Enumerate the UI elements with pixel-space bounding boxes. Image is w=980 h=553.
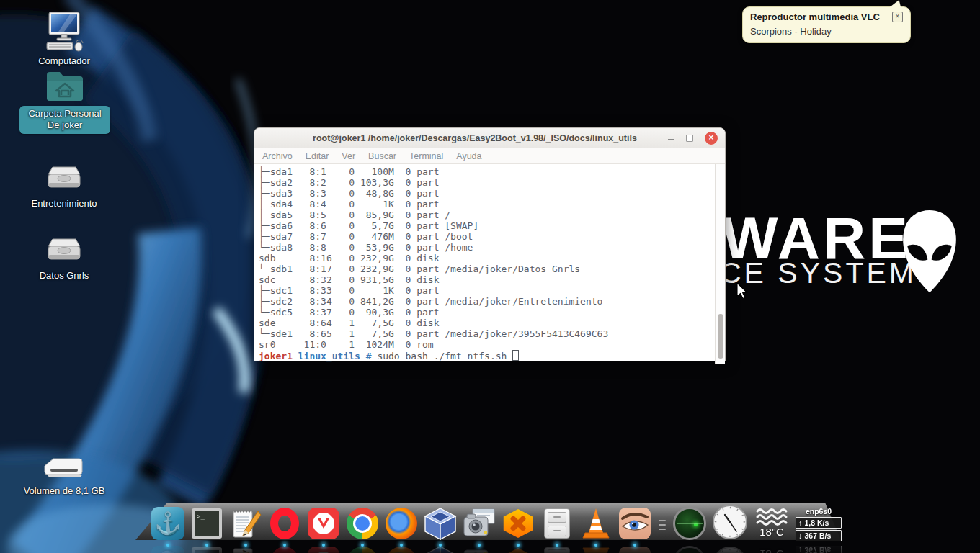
desktop-icon-label: Datos Gnrls	[21, 270, 107, 282]
notification-close-icon[interactable]: ×	[892, 12, 903, 22]
upload-rate: 1,8 K/s	[805, 518, 829, 527]
menu-ayuda[interactable]: Ayuda	[450, 151, 488, 161]
vlc-cone-icon	[579, 507, 612, 540]
dock-item-vivaldi[interactable]	[307, 507, 340, 540]
running-indicator-dot	[361, 544, 364, 547]
desktop-icon-label: Computador	[21, 55, 107, 67]
menu-terminal[interactable]: Terminal	[403, 151, 450, 161]
terminal-scrollbar[interactable]	[715, 164, 725, 364]
restore-button[interactable]	[686, 135, 693, 142]
dock: ⚓ >_	[151, 505, 842, 540]
dock-item-vlc[interactable]	[579, 507, 612, 540]
running-indicator-dot	[166, 544, 169, 547]
mouse-cursor	[736, 282, 751, 301]
running-indicator-dot	[439, 544, 442, 547]
running-indicator-dot	[556, 544, 558, 547]
dock-item-screenshot[interactable]	[463, 507, 496, 540]
text-editor-icon	[229, 507, 262, 540]
home-folder-icon	[44, 68, 86, 104]
running-indicator-dot	[633, 544, 636, 547]
dock-item-chrome[interactable]	[346, 507, 379, 540]
dock-item-hexchat[interactable]	[502, 507, 535, 540]
dock-item-firefox[interactable]	[385, 507, 418, 540]
desktop-icon-computer[interactable]: Computador	[21, 12, 107, 67]
menu-editar[interactable]: Editar	[299, 151, 336, 161]
dock-item-terminal[interactable]: >_	[190, 507, 223, 540]
computer-icon	[43, 12, 86, 53]
desktop-icon-home-folder[interactable]: Carpeta Personal De joker	[19, 68, 110, 134]
notification-tail	[887, 0, 901, 8]
dock-item-clock[interactable]	[712, 507, 748, 540]
terminal-icon: >_	[192, 508, 222, 539]
minimize-button[interactable]	[668, 139, 674, 140]
firefox-icon	[386, 508, 417, 539]
dock-item-text-editor[interactable]	[229, 507, 262, 540]
scrollbar-thumb[interactable]	[718, 314, 723, 359]
radar-icon	[673, 507, 706, 540]
desktop-root: ALIENWARE CE SYSTEMS Computador	[0, 0, 980, 553]
dock-item-weather[interactable]: 18°C	[754, 507, 790, 540]
dock-separator[interactable]	[657, 507, 667, 540]
dock-item-archive-manager[interactable]	[540, 507, 574, 540]
anchor-icon: ⚓	[151, 507, 184, 540]
removable-volume-icon	[43, 456, 85, 483]
terminal-menubar: Archivo Editar Ver Buscar Terminal Ayuda	[254, 148, 725, 164]
chrome-icon	[347, 508, 378, 539]
desktop-icon-label: Entretenimiento	[21, 198, 107, 210]
running-indicator-dot	[205, 544, 208, 547]
running-indicator-dot	[322, 544, 325, 547]
hard-disk-icon	[44, 163, 84, 196]
vlc-notification: Reproductor multimedia VLC × Scorpions -…	[742, 6, 911, 43]
virtualbox-icon	[424, 507, 457, 540]
running-indicator-dot	[400, 544, 403, 547]
dock-item-virtualbox[interactable]	[424, 507, 457, 540]
alien-head-logo	[898, 209, 961, 295]
notification-body: Scorpions - Holiday	[750, 26, 903, 37]
analog-clock-icon	[712, 504, 748, 540]
download-rate: 367 B/s	[805, 531, 832, 540]
hard-disk-icon	[44, 235, 84, 268]
camera-icon	[463, 507, 496, 540]
notification-title: Reproductor multimedia VLC	[750, 12, 888, 22]
prompt-dir: linux_utils	[298, 351, 366, 361]
shell-prompt: joker1 linux_utils # sudo bash ./fmt_ntf…	[259, 350, 713, 361]
dock-item-network-radar[interactable]	[673, 507, 706, 540]
dock-item-image-viewer[interactable]	[618, 507, 651, 540]
dock-item-docky-anchor[interactable]: ⚓	[151, 507, 184, 540]
desktop-icon-volumen[interactable]: Volumen de 8,1 GB	[21, 456, 107, 497]
terminal-output-area[interactable]: ├─sda1 8:1 0 100M 0 part ├─sda2 8:2 0 10…	[254, 164, 725, 364]
vivaldi-icon	[308, 508, 339, 539]
network-download-row: ↓ 367 B/s	[796, 530, 842, 541]
network-interface-label: enp6s0	[796, 507, 842, 516]
desktop-icon-datos-gnrls[interactable]: Datos Gnrls	[21, 235, 107, 282]
text-cursor	[512, 350, 519, 361]
download-arrow-icon: ↓	[798, 531, 803, 540]
desktop-icon-entretenimiento[interactable]: Entretenimiento	[21, 163, 107, 210]
network-upload-row: ↑ 1,8 K/s	[796, 517, 842, 529]
prompt-command: sudo bash ./fmt_ntfs.sh	[377, 351, 512, 361]
running-indicator-dot	[478, 544, 481, 547]
running-indicator-dot	[283, 544, 286, 547]
running-indicator-dot	[244, 544, 247, 547]
dock-item-network-monitor[interactable]: enp6s0 ↑ 1,8 K/s ↓ 367 B/s	[796, 507, 842, 540]
dock-item-opera[interactable]	[268, 507, 301, 540]
running-indicator-dot	[594, 544, 597, 547]
terminal-titlebar[interactable]: root@joker1 /home/joker/Descargas/Easy2B…	[254, 128, 725, 148]
menu-buscar[interactable]: Buscar	[362, 151, 403, 161]
close-button[interactable]: ×	[705, 132, 718, 145]
upload-arrow-icon: ↑	[798, 518, 803, 527]
file-cabinet-icon	[544, 508, 570, 539]
terminal-window: root@joker1 /home/joker/Descargas/Easy2B…	[254, 127, 726, 361]
hexchat-icon	[502, 509, 534, 538]
opera-icon	[270, 508, 299, 539]
desktop-icon-label: Carpeta Personal De joker	[19, 106, 110, 134]
running-indicator-dot	[517, 544, 520, 547]
desktop-icon-label: Volumen de 8,1 GB	[21, 485, 107, 497]
prompt-user: joker1	[259, 351, 298, 361]
eye-icon	[619, 508, 651, 539]
menu-ver[interactable]: Ver	[335, 151, 362, 161]
window-title: root@joker1 /home/joker/Descargas/Easy2B…	[254, 133, 658, 143]
lsblk-output: ├─sda1 8:1 0 100M 0 part ├─sda2 8:2 0 10…	[259, 166, 713, 350]
prompt-symbol: #	[366, 351, 378, 361]
menu-archivo[interactable]: Archivo	[256, 151, 299, 161]
